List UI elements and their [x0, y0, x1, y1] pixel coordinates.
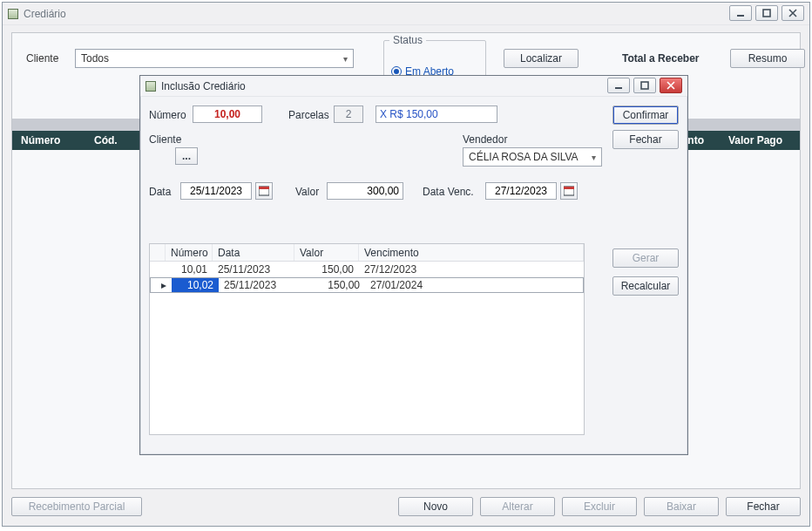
svg-rect-0: [737, 15, 744, 17]
cliente-lookup-button[interactable]: ...: [175, 147, 198, 165]
confirmar-button[interactable]: Confirmar: [612, 106, 679, 125]
svg-rect-1: [763, 10, 770, 17]
dialog-maximize-button[interactable]: [633, 78, 656, 93]
cell-data: 25/11/2023: [213, 262, 294, 277]
datavenc-label: Data Venc.: [423, 186, 474, 198]
dialog-body: Número Parcelas Confirmar Fechar Cliente: [149, 106, 679, 446]
dialog-app-icon: [145, 81, 156, 92]
col-venc: Vencimento: [359, 244, 584, 261]
dialog-close-button[interactable]: [660, 78, 682, 93]
cell-valor: 150,00: [294, 262, 359, 277]
table-row[interactable]: ▸10,0225/11/2023150,0027/01/2024: [150, 277, 584, 293]
parcelas-grid[interactable]: Número Data Valor Vencimento 10,0125/11/…: [149, 243, 585, 435]
cell-venc: 27/12/2023: [359, 262, 584, 277]
main-minimize-button[interactable]: [729, 5, 752, 21]
row-marker-icon: ▸: [156, 278, 172, 292]
numero-input[interactable]: [193, 106, 262, 123]
data-label: Data: [149, 186, 171, 198]
cell-data: 25/11/2023: [219, 278, 301, 292]
recalcular-button[interactable]: Recalcular: [612, 276, 679, 296]
data-input[interactable]: [180, 182, 252, 200]
main-window-controls: [729, 5, 804, 21]
dialog-titlebar: Inclusão Crediário: [140, 76, 687, 97]
main-titlebar: Crediário: [3, 3, 809, 25]
app-icon: [8, 9, 18, 19]
cell-valor: 150,00: [301, 278, 365, 292]
numero-label: Número: [149, 109, 186, 121]
cell-numero: 10,02: [172, 278, 219, 292]
chevron-down-icon: ▾: [592, 153, 596, 162]
col-valor: Valor: [294, 244, 359, 261]
row-marker-icon: [150, 262, 166, 277]
dialog-title: Inclusão Crediário: [161, 80, 246, 92]
valor-input[interactable]: [327, 182, 403, 200]
main-maximize-button[interactable]: [755, 5, 778, 21]
col-numero: Número: [166, 244, 213, 261]
col-data: Data: [213, 244, 294, 261]
crediario-window: Crediário Cliente Todos ▾ Status: [2, 2, 810, 527]
cell-venc: 27/01/2024: [365, 278, 578, 292]
x-parcela-input: [376, 106, 497, 123]
gerar-button[interactable]: Gerar: [612, 248, 679, 268]
svg-rect-5: [259, 187, 269, 189]
vendedor-select-value: CÉLIA ROSA DA SILVA: [469, 151, 579, 163]
table-row[interactable]: 10,0125/11/2023150,0027/12/2023: [150, 262, 584, 277]
parcelas-label: Parcelas: [288, 109, 329, 121]
dialog-window-controls: [607, 78, 682, 93]
parcelas-grid-header: Número Data Valor Vencimento: [150, 244, 584, 262]
vendedor-select[interactable]: CÉLIA ROSA DA SILVA ▾: [463, 147, 602, 167]
datavenc-input[interactable]: [485, 182, 557, 200]
parcelas-input: [334, 106, 363, 123]
cliente-field-label: Cliente: [149, 133, 181, 146]
calendar-icon[interactable]: [255, 182, 273, 200]
svg-rect-3: [641, 82, 648, 89]
valor-label: Valor: [295, 186, 319, 198]
vendedor-label: Vendedor: [463, 133, 507, 146]
dialog-minimize-button[interactable]: [607, 78, 630, 93]
cell-numero: 10,01: [166, 262, 213, 277]
main-close-button[interactable]: [782, 5, 804, 21]
main-title: Crediário: [24, 8, 66, 20]
svg-rect-10: [564, 187, 574, 189]
inclusao-crediario-dialog: Inclusão Crediário Número Parcelas: [139, 75, 688, 455]
calendar-icon[interactable]: [560, 182, 578, 200]
svg-rect-2: [615, 87, 622, 89]
